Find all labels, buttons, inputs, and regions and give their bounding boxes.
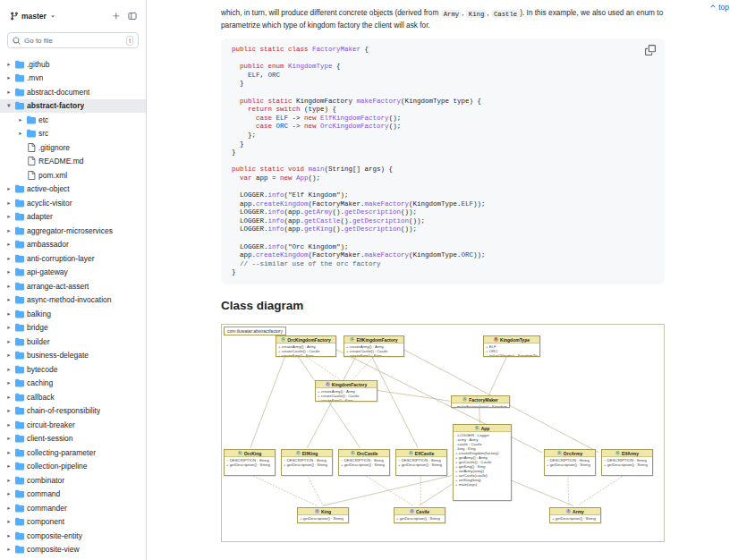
code-token (232, 174, 240, 182)
tree-item[interactable]: ▸ arrange-act-assert (0, 279, 146, 293)
code-token: app = (252, 174, 281, 182)
folder-icon (15, 448, 24, 457)
tree-item[interactable]: ▸ async-method-invocation (0, 293, 146, 308)
tree-item[interactable]: ▸ chain-of-responsibility (0, 404, 146, 419)
code-token: (FactoryMaker. (309, 251, 365, 259)
code-token: public static class (232, 46, 309, 53)
tree-item[interactable]: ▸ aggregator-microservices (0, 224, 146, 238)
code-token: OrcKingdomFactory (320, 123, 389, 130)
tree-item[interactable]: ▸ bytecode (0, 362, 146, 377)
tree-item[interactable]: ▸ commander (0, 501, 146, 515)
tree-item[interactable]: ▸ component (0, 515, 146, 530)
code-line: // --similar use of the orc factory (232, 260, 654, 269)
tree-item[interactable]: ▸ collecting-parameter (0, 445, 146, 460)
uml-class-name: KingdomFactory (332, 382, 368, 387)
tree-item[interactable]: ▸ anti-corruption-layer (0, 251, 146, 266)
branch-selector-button[interactable]: master (7, 10, 59, 22)
tree-item[interactable]: ▸ business-delegate (0, 349, 146, 363)
interface-stereotype-icon: I (326, 382, 330, 386)
folder-icon (15, 517, 24, 526)
uml-class-members: + createArmy() : Army+ createCastle() : … (316, 388, 377, 402)
tree-item[interactable]: ▸ etc (0, 113, 146, 127)
tree-item-label: abstract-factory (27, 101, 84, 110)
class-stereotype-icon: C (615, 451, 620, 455)
class-stereotype-icon: C (350, 337, 354, 342)
tree-item[interactable]: ▸ bridge (0, 321, 146, 335)
tree-item[interactable]: .gitignore (0, 140, 146, 155)
chevron-icon: ▸ (17, 116, 24, 123)
git-branch-icon (10, 12, 19, 21)
code-token: )); (473, 200, 486, 208)
code-token: (KingdomType type) { (401, 98, 481, 105)
tree-item[interactable]: ▸ src (0, 127, 146, 141)
chevron-icon: ▸ (5, 213, 13, 220)
uml-boxes: COrcKingdomFactory+ createArmy() : Army+… (222, 325, 664, 541)
tree-item[interactable]: ▸ builder (0, 335, 146, 349)
class-diagram-heading: Class diagram (221, 299, 665, 312)
code-token: makeFactory (357, 98, 402, 105)
tree-item[interactable]: ▸ active-object (0, 182, 146, 197)
collapse-sidebar-button[interactable] (126, 10, 139, 22)
tree-item[interactable]: pom.xml (0, 168, 146, 182)
tree-item-label: pom.xml (38, 171, 67, 180)
code-token: ELF (276, 115, 289, 122)
tree-item[interactable]: ▸ balking (0, 307, 146, 321)
uml-class-header: COrcKingdomFactory (276, 336, 335, 344)
code-token: KingdomType (288, 63, 333, 70)
tree-item[interactable]: ▸ circuit-breaker (0, 418, 146, 432)
chevron-icon: ▸ (5, 283, 13, 290)
copy-code-button[interactable] (643, 44, 657, 58)
uml-member: + main(args) (455, 482, 509, 487)
tree-item-label: component (27, 517, 64, 526)
uml-member: + getDescription() : String (604, 462, 650, 467)
tree-item[interactable]: ▸ callback (0, 390, 146, 404)
uml-class-name: OrcArmy (564, 451, 582, 456)
tree-item[interactable]: ▸ abstract-document (0, 85, 146, 99)
readme-paragraph: which, in turn, will produce different c… (221, 7, 665, 31)
code-token: ()); (409, 217, 425, 225)
code-line: app.createKingdom(FactoryMaker.makeFacto… (232, 251, 654, 260)
uml-class-header: COrcCastle (339, 450, 389, 457)
folder-icon (15, 504, 24, 513)
chevron-icon: ▸ (5, 74, 13, 81)
tree-item[interactable]: ▸ command (0, 488, 146, 502)
tree-item[interactable]: ▸ caching (0, 377, 146, 391)
code-token: (); (389, 123, 402, 130)
tree-item[interactable]: ▾ abstract-factory (0, 99, 146, 114)
tree-item[interactable]: ▸ composite-entity (0, 529, 146, 543)
uml-class-name: KingdomType (500, 337, 530, 343)
code-token: (KingdomType. (409, 251, 462, 259)
code-token: )); (473, 251, 486, 259)
code-token: info (268, 191, 284, 199)
chevron-icon: ▸ (5, 61, 13, 68)
code-token: } (232, 80, 244, 87)
back-to-top-link[interactable]: top (709, 3, 729, 12)
tree-item[interactable]: ▸ ambassador (0, 238, 146, 252)
uml-class-orccastle: COrcCastle~ DESCRIPTION : String+ getDes… (338, 449, 390, 476)
tree-item[interactable]: ▸ adapter (0, 210, 146, 225)
uml-class-members: ~ DESCRIPTION : String+ getDescription()… (225, 457, 275, 468)
tree-item[interactable]: README.md (0, 155, 146, 169)
uml-diagram: COrcKingdomFactory+ createArmy() : Army+… (221, 324, 665, 542)
tree-item[interactable]: ▸ collection-pipeline (0, 460, 146, 474)
code-token: info (268, 225, 284, 233)
tree-item[interactable]: ▸ client-session (0, 432, 146, 446)
chevron-icon: ▸ (5, 310, 13, 318)
uml-member: + createKing() : King (346, 353, 402, 357)
uml-class-orckingdomfactory: COrcKingdomFactory+ createArmy() : Army+… (276, 335, 336, 357)
tree-item[interactable]: ▸ combinator (0, 473, 146, 488)
tree-item[interactable]: ▸ api-gateway (0, 266, 146, 280)
tree-item[interactable]: ▸ composite-view (0, 543, 146, 557)
search-input[interactable] (24, 37, 123, 45)
tree-item[interactable]: ▸ .github (0, 57, 146, 72)
code-token: makeFactory (365, 251, 410, 259)
tree-item[interactable]: ▸ .mvn (0, 72, 146, 86)
uml-class-members: ~ DESCRIPTION : String+ getDescription()… (282, 457, 332, 468)
code-line (232, 157, 654, 166)
uml-class-king: IKing+ getDescription() : String (297, 507, 349, 523)
add-file-button[interactable] (110, 10, 123, 22)
tree-item[interactable]: ▸ acyclic-visitor (0, 196, 146, 210)
code-token: case (256, 115, 272, 122)
code-token: LOGGER. (232, 217, 268, 225)
go-to-file-search[interactable]: t (7, 32, 139, 48)
